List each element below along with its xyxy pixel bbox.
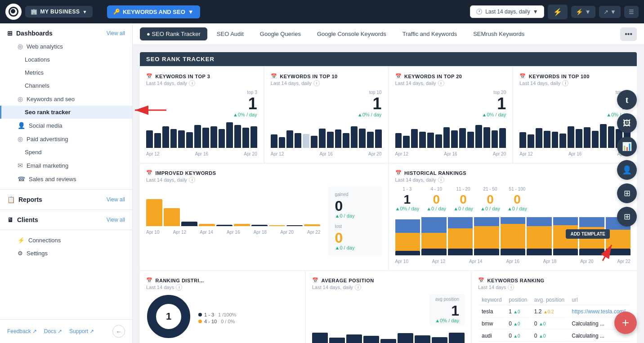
cell-position: 0 ▲0	[506, 318, 531, 330]
cell-keyword: audi	[479, 330, 505, 342]
fab-app[interactable]: ⊞	[617, 207, 637, 227]
social-icon: 👤	[18, 122, 25, 129]
sidebar-item-social-media[interactable]: 👤 Social media	[0, 119, 132, 132]
card-historical: 📅 HISTORICAL RANKINGS Last 14 days, dail…	[389, 164, 637, 270]
sidebar-item-spend[interactable]: Spend	[0, 146, 132, 159]
reports-view-all[interactable]: View all	[107, 196, 125, 203]
sidebar-item-label: Social media	[29, 122, 62, 129]
avg-position-chart	[312, 330, 465, 343]
cell-keyword: bmw	[479, 318, 505, 330]
sidebar-item-web-analytics[interactable]: ◎ Web analytics	[0, 40, 132, 53]
email-icon: ✉	[18, 162, 23, 169]
fab-add-button[interactable]: +	[614, 312, 637, 334]
sidebar-item-seo-rank-tracker[interactable]: Seo rank tracker	[0, 106, 132, 119]
tab-seo-audit[interactable]: SEO Audit	[210, 27, 250, 40]
calendar-icon: 📅	[395, 170, 402, 176]
settings-icon: ⚙	[18, 250, 23, 257]
top100-chart	[519, 121, 631, 148]
tab-semrush-keywords[interactable]: SEMrush Keywords	[466, 27, 531, 40]
info-icon: i	[508, 284, 514, 290]
fab-stack: t 🖼 📊 👤 ⊞ ⊞	[617, 90, 637, 227]
chevron-down-icon: ▼	[82, 9, 87, 14]
back-button[interactable]: ←	[112, 325, 125, 338]
url-link[interactable]: https://www.tesla.com/	[572, 308, 625, 315]
cell-avg-position: 0 ▲0	[532, 318, 568, 330]
legend-item-4-10: 4 - 10 0 / 0%	[198, 319, 236, 324]
reports-icon: 📋	[7, 196, 15, 203]
keywords-selector[interactable]: 🔑 KEYWORDS AND SEO ▼	[107, 5, 200, 18]
menu-button[interactable]: ☰	[624, 6, 639, 18]
info-icon: i	[189, 177, 195, 183]
tab-google-console-keywords[interactable]: Google Console Keywords	[310, 27, 393, 40]
tab-traffic-keywords[interactable]: Traffic and Keywords	[396, 27, 464, 40]
sidebar-item-locations[interactable]: Locations	[0, 53, 132, 66]
dashboards-view-all[interactable]: View all	[107, 30, 125, 36]
fab-text[interactable]: t	[617, 90, 637, 110]
top10-chart	[271, 121, 382, 148]
row3-grid: 📅 RANKING DISTRI... Last 14 days i 1	[140, 271, 637, 343]
business-label: MY BUSINESS	[40, 9, 80, 15]
info-icon: i	[562, 80, 568, 86]
card-top10-title: 📅 KEYWORDS IN TOP 10	[271, 73, 382, 79]
top3-value: 1	[233, 96, 257, 112]
support-link[interactable]: Support ↗	[69, 328, 94, 334]
legend-dot	[198, 320, 202, 323]
card-kw-ranking: 📅 KEYWORDS RANKING Last 14 days i keywor…	[472, 271, 637, 343]
legend-dot	[198, 313, 202, 316]
sidebar-item-connections[interactable]: ⚡ Connections	[0, 234, 132, 247]
sidebar-item-label: Web analytics	[27, 43, 63, 50]
info-icon: i	[189, 80, 195, 86]
date-selector[interactable]: 🕐 Last 14 days, daily ▼	[470, 5, 544, 18]
sidebar-item-paid-advertising[interactable]: ◎ Paid advertising	[0, 132, 132, 146]
sidebar-item-metrics[interactable]: Metrics	[0, 66, 132, 79]
app-logo	[5, 4, 22, 20]
fab-user[interactable]: 👤	[617, 160, 637, 180]
sidebar-item-label: Sales and reviews	[29, 176, 76, 183]
row2-grid: 📅 IMPROVED KEYWORDS Last 14 days, daily …	[140, 164, 637, 270]
share-button[interactable]: ↗ ▼	[599, 6, 621, 18]
clients-section-header: 🖥 Clients View all	[0, 214, 132, 226]
tab-label: Google Console Keywords	[317, 31, 386, 37]
external-icon3: ↗	[89, 328, 94, 334]
sidebar-item-sales-reviews[interactable]: ☎ Sales and reviews	[0, 172, 132, 186]
col-avg-position: avg. position	[532, 295, 568, 305]
fire-button[interactable]: ⚡	[548, 4, 568, 19]
top3-chart-labels: Apr 12Apr 16Apr 20	[146, 151, 257, 156]
tab-label: SEO Audit	[217, 31, 244, 37]
fab-image[interactable]: 🖼	[617, 113, 637, 133]
col-position: position	[506, 295, 531, 305]
chevron-down-icon3: ▼	[533, 9, 538, 15]
topbar: 🏢 MY BUSINESS ▼ 🔑 KEYWORDS AND SEO ▼ 🕐 L…	[0, 0, 644, 23]
top3-chart	[146, 121, 257, 148]
sidebar-item-label: Email marketing	[27, 162, 68, 169]
paid-icon: ◎	[18, 135, 23, 143]
feedback-link[interactable]: Feedback ↗	[7, 328, 37, 334]
tab-more-button[interactable]: •••	[620, 27, 637, 41]
sidebar-item-label: Connections	[28, 237, 61, 244]
tab-google-queries[interactable]: Google Queries	[253, 27, 308, 40]
top20-chart	[395, 121, 506, 148]
sidebar-item-settings[interactable]: ⚙ Settings	[0, 247, 132, 260]
cell-keyword: tesla	[479, 306, 505, 317]
card-avg-position: 📅 AVERAGE POSITION Last 14 days, daily i…	[306, 271, 471, 343]
theme-button[interactable]: ⚡ ▼	[571, 6, 595, 18]
clients-view-all[interactable]: View all	[107, 217, 125, 223]
sidebar-item-channels[interactable]: Channels	[0, 79, 132, 92]
tab-seo-rank-tracker[interactable]: ● SEO Rank Tracker	[140, 27, 207, 40]
external-icon: ↗	[32, 328, 37, 334]
external-icon2: ↗	[58, 328, 62, 334]
sidebar-item-email-marketing[interactable]: ✉ Email marketing	[0, 159, 132, 172]
reports-section-header: 📋 Reports View all	[0, 193, 132, 206]
fab-chart[interactable]: 📊	[617, 137, 637, 156]
fab-grid[interactable]: ⊞	[617, 183, 637, 203]
card-top10: 📅 KEYWORDS IN TOP 10 Last 14 days, daily…	[264, 67, 388, 163]
sidebar-item-keywords-seo[interactable]: ◎ Keywords and seo	[0, 92, 132, 106]
donut-chart: 1	[146, 294, 191, 339]
docs-link[interactable]: Docs ↗	[44, 328, 62, 334]
sidebar-item-label: Settings	[27, 250, 48, 257]
calendar-icon: 📅	[312, 277, 319, 283]
calendar-icon: 📅	[146, 170, 153, 176]
analytics-icon: ◎	[18, 43, 23, 50]
content-area: SEO RANK TRACKER 📅 KEYWORDS IN TOP 3 Las…	[133, 45, 644, 343]
business-selector[interactable]: 🏢 MY BUSINESS ▼	[25, 6, 93, 18]
